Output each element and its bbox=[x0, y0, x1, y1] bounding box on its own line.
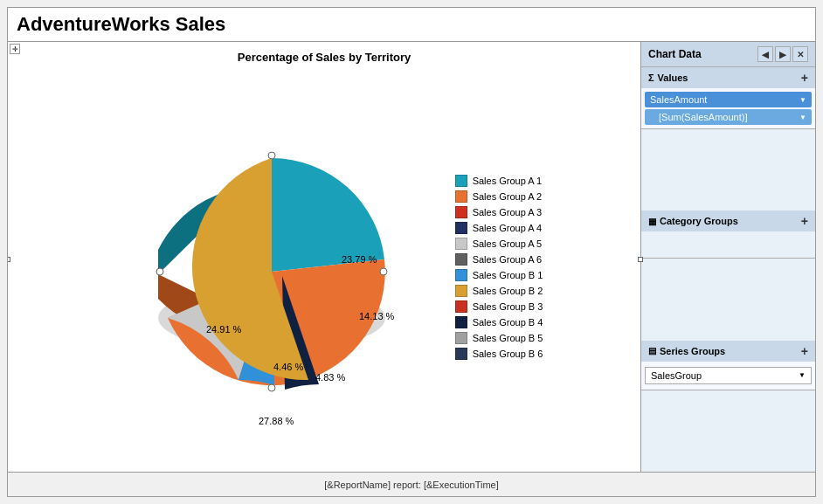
series-groups-content: SalesGroup ▼ bbox=[641, 362, 815, 390]
panel-toolbar: ◀ ▶ ✕ bbox=[757, 46, 808, 62]
panel-close-button[interactable]: ✕ bbox=[792, 46, 808, 62]
legend-color-b3 bbox=[455, 300, 467, 313]
label-a2: 24.91 % bbox=[206, 324, 242, 335]
legend-label-b2: Sales Group B 2 bbox=[473, 286, 543, 296]
series-spacer bbox=[641, 390, 815, 472]
category-spacer bbox=[641, 259, 815, 340]
sum-sales-arrow: ▼ bbox=[799, 114, 806, 121]
legend-item-b5: Sales Group B 5 bbox=[455, 332, 543, 344]
legend-label-a5: Sales Group A 5 bbox=[473, 238, 543, 249]
legend-color-a4 bbox=[455, 222, 467, 234]
sigma-icon: Σ bbox=[648, 72, 654, 83]
values-section-title: Σ Values bbox=[648, 72, 688, 83]
legend-label-a4: Sales Group A 4 bbox=[473, 223, 543, 233]
selection-dot-bottom[interactable] bbox=[268, 384, 275, 391]
legend-item-b4: Sales Group B 4 bbox=[455, 316, 543, 328]
values-section: Σ Values + SalesAmount ▼ [Sum(SalesAmoun… bbox=[641, 67, 815, 129]
series-groups-section: ▤ Series Groups + SalesGroup ▼ bbox=[641, 341, 815, 390]
panel-title: Chart Data bbox=[648, 48, 702, 60]
chart-content: 23.79 % 24.91 % 14.13 % 4.46 % 4.83 % 27… bbox=[17, 71, 632, 463]
category-icon: ▦ bbox=[648, 217, 656, 226]
values-spacer bbox=[641, 129, 815, 211]
legend-item-a6: Sales Group A 6 bbox=[455, 253, 543, 266]
legend-item-b6: Sales Group B 6 bbox=[455, 348, 543, 360]
sales-amount-dropdown[interactable]: SalesAmount ▼ bbox=[645, 92, 812, 107]
corner-handle[interactable]: ✛ bbox=[10, 44, 20, 54]
values-section-content: SalesAmount ▼ [Sum(SalesAmount)] ▼ bbox=[641, 88, 815, 128]
series-groups-header[interactable]: ▤ Series Groups + bbox=[641, 341, 815, 362]
values-label: Values bbox=[658, 72, 688, 83]
series-icon: ▤ bbox=[648, 346, 656, 356]
legend-color-b4 bbox=[455, 316, 467, 328]
legend-label-b3: Sales Group B 3 bbox=[473, 301, 543, 312]
main-area: ✛ Percentage of Sales by Territory bbox=[7, 42, 816, 473]
selection-dot-left[interactable] bbox=[156, 268, 163, 275]
legend-color-b1 bbox=[455, 269, 467, 281]
legend-label-a2: Sales Group A 2 bbox=[473, 191, 543, 202]
label-b2: 27.88 % bbox=[259, 416, 294, 426]
footer-text: [&ReportName] report: [&ExecutionTime] bbox=[324, 480, 499, 490]
chart-area: ✛ Percentage of Sales by Territory bbox=[8, 42, 640, 472]
panel-header: Chart Data ◀ ▶ ✕ bbox=[641, 42, 815, 67]
sales-amount-arrow: ▼ bbox=[799, 96, 806, 104]
legend-item-a3: Sales Group A 3 bbox=[455, 206, 543, 218]
legend-label-b5: Sales Group B 5 bbox=[473, 333, 543, 343]
panel-forward-button[interactable]: ▶ bbox=[775, 46, 791, 62]
legend-label-a6: Sales Group A 6 bbox=[473, 254, 543, 265]
legend-item-a2: Sales Group A 2 bbox=[455, 190, 543, 203]
selection-dot-right[interactable] bbox=[380, 268, 387, 275]
app-wrapper: AdventureWorks Sales ✛ Percentage of Sal… bbox=[0, 0, 823, 504]
series-groups-title: ▤ Series Groups bbox=[648, 346, 725, 356]
values-add-button[interactable]: + bbox=[801, 71, 808, 85]
category-groups-label: Category Groups bbox=[660, 216, 738, 226]
legend-item-b2: Sales Group B 2 bbox=[455, 285, 543, 297]
pie-chart-container[interactable]: 23.79 % 24.91 % 14.13 % 4.46 % 4.83 % 27… bbox=[106, 101, 438, 433]
legend-item-b1: Sales Group B 1 bbox=[455, 269, 543, 281]
legend-color-b5 bbox=[455, 332, 467, 344]
sales-group-arrow: ▼ bbox=[799, 371, 806, 379]
label-b1: 4.46 % bbox=[273, 362, 303, 372]
legend-item-b3: Sales Group B 3 bbox=[455, 300, 543, 313]
sum-sales-amount-label: [Sum(SalesAmount)] bbox=[659, 112, 747, 122]
sum-sales-amount-dropdown[interactable]: [Sum(SalesAmount)] ▼ bbox=[645, 109, 812, 125]
legend-label-a1: Sales Group A 1 bbox=[473, 176, 543, 186]
sales-group-label: SalesGroup bbox=[651, 370, 702, 381]
sales-amount-label: SalesAmount bbox=[650, 94, 707, 105]
selection-dot-top[interactable] bbox=[268, 152, 275, 159]
pie-chart-svg: 23.79 % 24.91 % 14.13 % 4.46 % 4.83 % 27… bbox=[106, 101, 438, 433]
category-groups-section: ▦ Category Groups + bbox=[641, 211, 815, 259]
label-a1: 23.79 % bbox=[342, 254, 377, 265]
category-groups-title: ▦ Category Groups bbox=[648, 216, 738, 226]
legend-label-a3: Sales Group A 3 bbox=[473, 207, 543, 217]
legend-color-a5 bbox=[455, 238, 467, 250]
legend-item-a5: Sales Group A 5 bbox=[455, 238, 543, 250]
category-groups-header[interactable]: ▦ Category Groups + bbox=[641, 211, 815, 231]
series-groups-add-button[interactable]: + bbox=[801, 344, 808, 358]
legend-item-a1: Sales Group A 1 bbox=[455, 175, 543, 187]
category-groups-content bbox=[641, 231, 815, 258]
series-groups-label: Series Groups bbox=[660, 346, 725, 356]
legend-color-a1 bbox=[455, 175, 467, 187]
chart-title: Percentage of Sales by Territory bbox=[238, 51, 411, 64]
footer-bar: [&ReportName] report: [&ExecutionTime] bbox=[7, 473, 816, 497]
legend-item-a4: Sales Group A 4 bbox=[455, 222, 543, 234]
legend-color-b2 bbox=[455, 285, 467, 297]
label-a5: 14.13 % bbox=[359, 311, 395, 321]
report-title: AdventureWorks Sales bbox=[7, 7, 816, 42]
chart-data-panel: Chart Data ◀ ▶ ✕ Σ Values + bbox=[640, 42, 815, 472]
legend-color-b6 bbox=[455, 348, 467, 360]
legend-color-a3 bbox=[455, 206, 467, 218]
legend-label-b4: Sales Group B 4 bbox=[473, 317, 543, 328]
legend-label-b6: Sales Group B 6 bbox=[473, 349, 543, 359]
selection-handle-left[interactable] bbox=[7, 257, 10, 262]
legend-label-b1: Sales Group B 1 bbox=[473, 270, 543, 280]
selection-handle-right[interactable] bbox=[638, 257, 643, 262]
legend-color-a2 bbox=[455, 190, 467, 203]
legend-color-a6 bbox=[455, 253, 467, 266]
values-section-header[interactable]: Σ Values + bbox=[641, 67, 815, 88]
sales-group-dropdown[interactable]: SalesGroup ▼ bbox=[645, 367, 812, 384]
legend: Sales Group A 1 Sales Group A 2 Sales Gr… bbox=[455, 175, 543, 360]
panel-back-button[interactable]: ◀ bbox=[757, 46, 773, 62]
label-b4: 4.83 % bbox=[315, 372, 345, 383]
category-groups-add-button[interactable]: + bbox=[801, 214, 808, 228]
